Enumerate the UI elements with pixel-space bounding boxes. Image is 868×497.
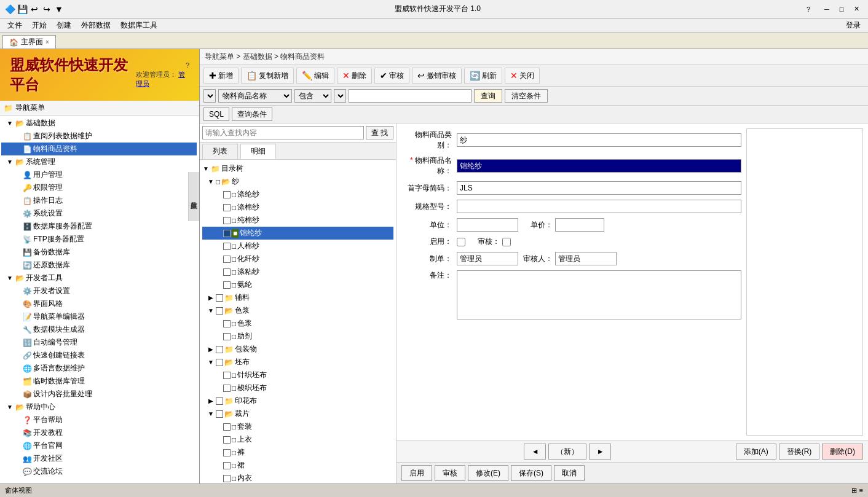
sidebar-item-ftpconfig[interactable]: 📡 FTP服务器配置: [1, 233, 197, 246]
cb-top[interactable]: [223, 436, 231, 444]
audit-checkbox[interactable]: [502, 238, 511, 246]
cb-uw[interactable]: [223, 475, 231, 482]
delete-button[interactable]: ✕ 删除: [337, 68, 372, 84]
sidebar-item-multilang[interactable]: 🌐 多语言数据维护: [1, 362, 197, 375]
new-button[interactable]: ✚ 新增: [203, 68, 239, 84]
sidebar-item-quicklink[interactable]: 🔗 快速创建链接表: [1, 349, 197, 362]
redo-icon[interactable]: ↪: [42, 4, 52, 14]
price-input[interactable]: [555, 218, 604, 232]
sidebar-item-perm[interactable]: 🔑 权限管理: [1, 181, 197, 194]
yarn-expand[interactable]: ▼: [207, 178, 215, 185]
prev-button[interactable]: ◄: [524, 444, 546, 460]
tree-node-accessory[interactable]: ▶ 📁 辅料: [202, 291, 393, 304]
tree-node-additive[interactable]: □ 助剂: [202, 330, 393, 343]
save-icon[interactable]: 💾: [17, 4, 27, 14]
tree-node-printfabric[interactable]: ▶ 📁 印花布: [202, 394, 393, 407]
menu-create[interactable]: 创建: [52, 19, 76, 33]
expand-cut[interactable]: ▼: [207, 410, 215, 417]
cancel-action-button[interactable]: 取消: [554, 465, 585, 481]
sidebar-item-restore[interactable]: 🔄 还原数据库: [1, 259, 197, 272]
abbr-input[interactable]: [457, 181, 741, 195]
cb-pkg[interactable]: [216, 346, 223, 353]
sidebar-item-help-center[interactable]: ▼ 📂 帮助中心: [1, 401, 197, 413]
cb-cp[interactable]: [216, 307, 223, 315]
tree-node-greyfabric[interactable]: ▼ 📂 坯布: [202, 356, 393, 369]
sidebar-item-nav-editor[interactable]: 📝 导航菜单编辑器: [1, 310, 197, 323]
undo-icon[interactable]: ↩: [30, 4, 39, 14]
cb-skirt[interactable]: [223, 462, 231, 469]
sidebar-item-platform-help[interactable]: ❓ 平台帮助: [1, 413, 197, 426]
tree-node-top[interactable]: □ 上衣: [202, 433, 393, 446]
save-action-button[interactable]: 保存(S): [511, 465, 551, 481]
tree-node-colorpaste[interactable]: ▼ 📂 色浆: [202, 304, 393, 317]
tree-node-pants[interactable]: □ 裤: [202, 446, 393, 459]
tab-close-button[interactable]: ×: [45, 39, 49, 45]
sidebar-item-backup[interactable]: 💾 备份数据库: [1, 246, 197, 259]
help-question[interactable]: ?: [186, 61, 189, 69]
enable-button[interactable]: 启用: [401, 465, 432, 481]
name-input[interactable]: [457, 159, 741, 173]
sidebar-item-tempdb[interactable]: 🗂️ 临时数据库管理: [1, 375, 197, 388]
query-button[interactable]: 查询: [474, 89, 502, 103]
condition-select[interactable]: 包含: [294, 89, 331, 103]
enable-checkbox[interactable]: [457, 238, 465, 246]
sidebar-item-module-gen[interactable]: 🔧 数据模块生成器: [1, 323, 197, 336]
tree-node-polyester-yarn[interactable]: □ 涤纶纱: [202, 188, 393, 201]
sidebar-item-batch[interactable]: 📦 设计内容批量处理: [1, 388, 197, 401]
delete-nav-button[interactable]: 删除(D): [822, 444, 863, 460]
cb-gf[interactable]: [216, 359, 223, 366]
cb-pf[interactable]: [216, 397, 223, 405]
cb-cut[interactable]: [216, 410, 223, 418]
menu-external[interactable]: 外部数据: [76, 19, 116, 33]
tree-node-nylon-yarn[interactable]: ■ 锦纶纱: [202, 227, 393, 240]
more-icon[interactable]: ▼: [54, 4, 64, 14]
sidebar-item-list-data[interactable]: 📋 查阅列表数据维护: [1, 130, 197, 143]
sidebar-item-basic-data[interactable]: ▼ 📂 基础数据: [1, 117, 197, 130]
audit-action-button[interactable]: 审核: [435, 465, 465, 481]
auditor-input[interactable]: [555, 252, 617, 265]
search-field-dropdown[interactable]: [203, 89, 216, 103]
search-field-select[interactable]: 物料商品名称: [218, 89, 292, 103]
help-icon[interactable]: ?: [807, 6, 810, 13]
sidebar-item-settings[interactable]: ⚙️ 系统设置: [1, 207, 197, 220]
new-nav-button[interactable]: （新）: [548, 444, 586, 460]
cb-rayon[interactable]: [223, 243, 231, 250]
tree-node-viscose-yarn[interactable]: □ 涤粘纱: [202, 265, 393, 278]
creator-input[interactable]: [457, 252, 518, 265]
remark-input[interactable]: [457, 270, 741, 319]
sidebar-item-dev-community[interactable]: 👥 开发社区: [1, 452, 197, 465]
sidebar-item-official-site[interactable]: 🌐 平台官网: [1, 439, 197, 452]
cb-nylon[interactable]: [223, 230, 231, 237]
cancel-audit-button[interactable]: ↩ 撤销审核: [412, 68, 462, 84]
next-button[interactable]: ►: [589, 444, 611, 460]
edit-action-button[interactable]: 修改(E): [468, 465, 508, 481]
menu-start[interactable]: 开始: [27, 19, 52, 33]
menu-database[interactable]: 数据库工具: [116, 19, 162, 33]
edit-button[interactable]: ✏️ 编辑: [296, 68, 334, 84]
close-button[interactable]: ✕: [850, 2, 863, 16]
cb-suit[interactable]: [223, 423, 231, 431]
cb-synthetic[interactable]: [223, 256, 231, 263]
tree-node-woven[interactable]: □ 梭织坯布: [202, 382, 393, 394]
sidebar-item-dbconfig[interactable]: 🗄️ 数据库服务器配置: [1, 220, 197, 233]
add-button[interactable]: 添加(A): [736, 444, 776, 460]
cb-knit[interactable]: [223, 372, 231, 379]
sidebar-item-user-mgmt[interactable]: 👤 用户管理: [1, 168, 197, 181]
root-expand[interactable]: ▼: [202, 165, 210, 172]
copy-new-button[interactable]: 📋 复制新增: [241, 68, 294, 84]
sidebar-item-material[interactable]: 📄 物料商品资料: [1, 143, 197, 155]
tree-node-spandex[interactable]: □ 氨纶: [202, 278, 393, 291]
clear-button[interactable]: 清空条件: [505, 89, 548, 103]
condition-button[interactable]: 查询条件: [232, 108, 272, 121]
replace-button[interactable]: 替换(R): [779, 444, 820, 460]
spec-input[interactable]: [457, 200, 741, 213]
cb-viscose[interactable]: [223, 268, 231, 276]
cb-polycotton[interactable]: [223, 204, 231, 211]
sidebar-item-oplog[interactable]: 📋 操作日志: [1, 194, 197, 207]
value-dropdown[interactable]: [334, 89, 346, 103]
tree-node-polycotton-yarn[interactable]: □ 涤棉纱: [202, 201, 393, 214]
sidebar-item-autonumber[interactable]: 🔢 自动编号管理: [1, 336, 197, 349]
menu-file[interactable]: 文件: [2, 19, 27, 33]
cb-add[interactable]: [223, 333, 231, 340]
expand-pkg[interactable]: ▶: [207, 346, 215, 353]
